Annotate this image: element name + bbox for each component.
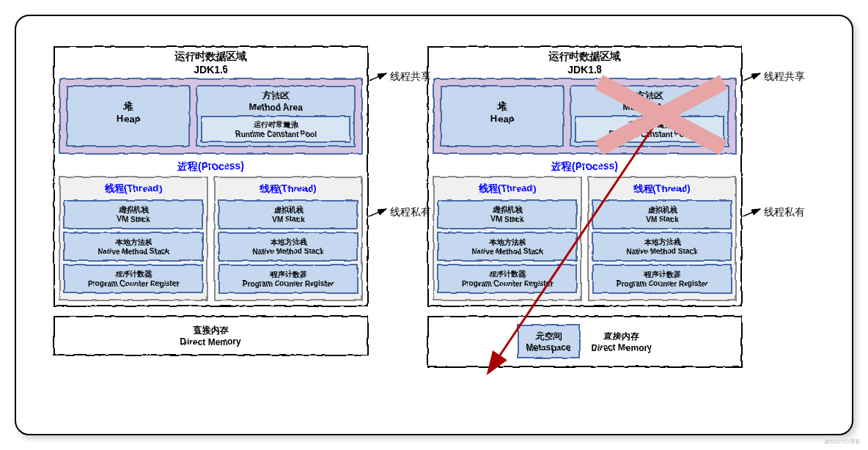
constant-pool-box: 运行时常量池 Runtime Constant Pool — [200, 115, 350, 142]
vm-stack-box: 虚拟机栈VM Stack — [218, 199, 358, 229]
thread-private-text: 线程私有 — [390, 206, 431, 219]
pc-register-box: 程序计数器Program Counter Register — [63, 264, 203, 293]
thread-header: 线程(Thread) — [218, 180, 358, 196]
pc-register-box: 程序计数器Program Counter Register — [437, 264, 577, 293]
thread-header: 线程(Thread) — [592, 180, 732, 196]
vm-stack-box: 虚拟机栈VM Stack — [63, 199, 203, 229]
direct-memory-box: 直接内存Direct Memory — [53, 315, 368, 355]
thread-box-1: 线程(Thread) 虚拟机栈VM Stack 本地方法栈Native Meth… — [59, 176, 207, 300]
watermark-text: @51CTO博客 — [824, 438, 861, 446]
vm-stack-box: 虚拟机栈VM Stack — [592, 199, 732, 229]
thread-header: 线程(Thread) — [437, 180, 577, 196]
process-label: 进程(Process) — [54, 157, 367, 176]
title-line1: 运行时数据区域 — [431, 50, 738, 63]
thread-box-2: 线程(Thread) 虚拟机栈VM Stack 本地方法栈Native Meth… — [213, 176, 362, 300]
heap-en: Heap — [444, 113, 559, 124]
heap-en: Heap — [70, 113, 185, 124]
constant-pool-en: Runtime Constant Pool — [578, 130, 720, 138]
native-stack-box: 本地方法栈Native Method Stack — [437, 232, 577, 261]
threads-container: 线程(Thread) 虚拟机栈VM Stack 本地方法栈Native Meth… — [54, 176, 367, 305]
svg-line-7 — [743, 73, 760, 81]
constant-pool-cn: 运行时常量池 — [578, 119, 720, 130]
svg-line-6 — [369, 209, 386, 216]
method-area-cn: 方法区 — [200, 89, 350, 102]
runtime-data-area: 运行时数据区域 JDK1.8 堆 Heap 方法区 Method Area 运行… — [427, 45, 742, 306]
jdk18-diagram: 运行时数据区域 JDK1.8 堆 Heap 方法区 Method Area 运行… — [427, 45, 742, 367]
native-stack-box: 本地方法栈Native Method Stack — [63, 232, 203, 261]
pc-register-box: 程序计数器Program Counter Register — [218, 264, 358, 293]
shared-label-left: 线程共享 — [368, 70, 431, 84]
method-area-en: Method Area — [200, 102, 350, 112]
diagram-container: 运行时数据区域 JDK1.6 堆 Heap 方法区 Method Area 运行… — [15, 15, 853, 435]
heap-box: 堆 Heap — [66, 85, 190, 147]
native-stack-box: 本地方法栈Native Method Stack — [218, 232, 358, 261]
pc-register-box: 程序计数器Program Counter Register — [592, 264, 732, 293]
thread-box-1: 线程(Thread) 虚拟机栈VM Stack 本地方法栈Native Meth… — [433, 176, 581, 300]
method-area-cn: 方法区 — [574, 89, 724, 102]
threads-container: 线程(Thread) 虚拟机栈VM Stack 本地方法栈Native Meth… — [428, 176, 740, 305]
heap-cn: 堆 — [70, 100, 185, 113]
method-area-box: 方法区 Method Area 运行时常量池 Runtime Constant … — [196, 85, 355, 147]
heap-box: 堆 Heap — [440, 85, 564, 147]
method-area-box: 方法区 Method Area 运行时常量池 Runtime Constant … — [570, 85, 729, 147]
runtime-data-area: 运行时数据区域 JDK1.6 堆 Heap 方法区 Method Area 运行… — [53, 45, 368, 306]
title-line1: 运行时数据区域 — [57, 50, 364, 63]
thread-box-2: 线程(Thread) 虚拟机栈VM Stack 本地方法栈Native Meth… — [587, 176, 736, 300]
metaspace-box: 元空间Metaspace — [517, 324, 579, 358]
constant-pool-cn: 运行时常量池 — [205, 119, 346, 130]
runtime-title: 运行时数据区域 JDK1.6 — [54, 47, 367, 78]
vm-stack-box: 虚拟机栈VM Stack — [437, 199, 577, 229]
svg-line-8 — [743, 209, 760, 216]
svg-line-5 — [369, 73, 386, 81]
process-label: 进程(Process) — [428, 157, 740, 176]
thread-shared-text: 线程共享 — [764, 70, 805, 84]
title-line2: JDK1.6 — [57, 63, 364, 75]
shared-area: 堆 Heap 方法区 Method Area 运行时常量池 Runtime Co… — [59, 78, 362, 154]
thread-header: 线程(Thread) — [63, 180, 203, 196]
private-label-right: 线程私有 — [742, 205, 805, 220]
shared-area: 堆 Heap 方法区 Method Area 运行时常量池 Runtime Co… — [433, 78, 736, 154]
constant-pool-box: 运行时常量池 Runtime Constant Pool — [574, 115, 724, 142]
native-stack-box: 本地方法栈Native Method Stack — [592, 232, 732, 261]
private-label-left: 线程私有 — [368, 205, 431, 220]
method-area-en: Method Area — [574, 102, 724, 112]
heap-cn: 堆 — [444, 100, 559, 113]
constant-pool-en: Runtime Constant Pool — [205, 130, 346, 138]
runtime-title: 运行时数据区域 JDK1.8 — [428, 47, 740, 78]
direct-memory-box: 元空间Metaspace 直接内存Direct Memory — [427, 315, 742, 367]
shared-label-right: 线程共享 — [742, 70, 805, 84]
thread-private-text: 线程私有 — [764, 206, 805, 219]
thread-shared-text: 线程共享 — [390, 70, 431, 84]
jdk16-diagram: 运行时数据区域 JDK1.6 堆 Heap 方法区 Method Area 运行… — [53, 45, 368, 355]
title-line2: JDK1.8 — [431, 63, 738, 75]
